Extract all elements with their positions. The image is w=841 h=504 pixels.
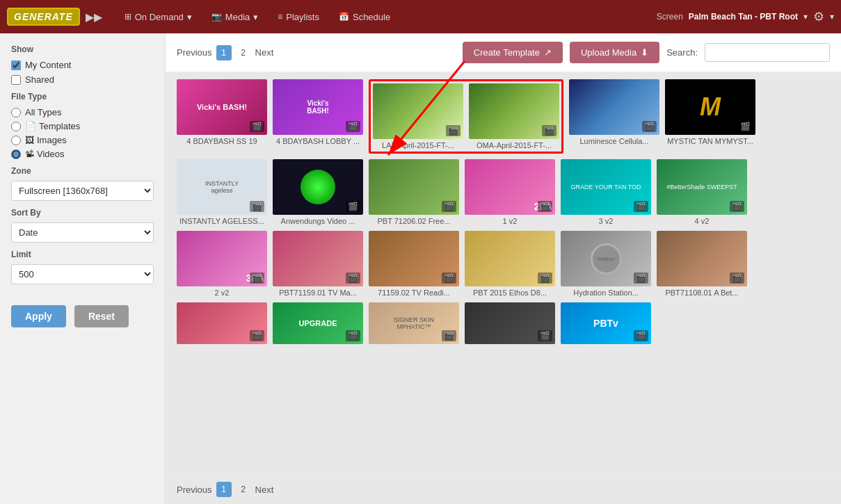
create-template-button[interactable]: Create Template ↗ bbox=[463, 42, 563, 63]
page-2-button[interactable]: 2 bbox=[236, 45, 251, 60]
list-icon: ≡ bbox=[278, 12, 282, 22]
upload-media-button[interactable]: Upload Media ⬇ bbox=[570, 42, 659, 63]
media-thumb-12: #BetterShade SWEEPST 🎬 bbox=[657, 159, 747, 215]
reset-button[interactable]: Reset bbox=[74, 305, 129, 327]
video-indicator-icon: 🎬 bbox=[346, 201, 360, 212]
radio-videos: 📽 Videos bbox=[11, 149, 154, 159]
images-file-icon: 🖼 bbox=[25, 135, 34, 145]
topnav-extra-chevron-icon[interactable]: ▾ bbox=[830, 12, 834, 22]
media-label-5: Luminesce Cellula... bbox=[569, 137, 659, 145]
download-icon: ⬇ bbox=[641, 47, 648, 58]
shared-label: Shared bbox=[25, 74, 54, 85]
media-thumb-4: 🎬 bbox=[469, 83, 559, 139]
media-item-8[interactable]: 🎬 Anwendungs Video ... bbox=[273, 159, 363, 225]
video-indicator-icon: 🎬 bbox=[346, 273, 360, 284]
nav-on-demand[interactable]: ⊞ On Demand ▾ bbox=[116, 8, 200, 26]
video-indicator-icon: 🎬 bbox=[738, 121, 753, 132]
images-label: 🖼 Images bbox=[25, 135, 67, 145]
media-thumb-3: 🎬 bbox=[373, 83, 463, 139]
bottom-prev-page-link[interactable]: Previous bbox=[177, 485, 212, 495]
apply-button[interactable]: Apply bbox=[11, 305, 66, 327]
media-item-20[interactable]: UPGRADE 🎬 bbox=[273, 302, 363, 344]
media-item-10[interactable]: 2PA 🎬 1 v2 bbox=[465, 159, 555, 225]
media-item-1[interactable]: Vicki's BASH! 🎬 4 BDAYBASH SS 19 bbox=[177, 79, 267, 154]
search-input[interactable] bbox=[705, 43, 830, 62]
video-indicator-icon: 🎬 bbox=[442, 201, 456, 212]
limit-select[interactable]: 500 bbox=[11, 264, 154, 284]
media-item-15[interactable]: 🎬 71159.02 TV Readi... bbox=[369, 231, 459, 297]
videos-file-icon: 📽 bbox=[25, 149, 34, 159]
zone-label: Zone bbox=[11, 166, 154, 176]
media-item-6[interactable]: M 🎬 MYSTIC TAN MYMYST... bbox=[665, 79, 755, 154]
videos-radio[interactable] bbox=[11, 149, 21, 159]
images-radio[interactable] bbox=[11, 136, 21, 145]
media-thumb-19: 🎬 bbox=[177, 302, 267, 344]
video-indicator-icon: 🎬 bbox=[442, 273, 456, 284]
bottom-page-2-button[interactable]: 2 bbox=[236, 482, 251, 497]
media-thumb-2: Vicki'sBASH! 🎬 bbox=[273, 79, 363, 135]
media-thumb-10: 2PA 🎬 bbox=[465, 159, 555, 215]
media-item-12[interactable]: #BetterShade SWEEPST 🎬 4 v2 bbox=[657, 159, 747, 225]
screen-chevron-icon[interactable]: ▾ bbox=[803, 12, 808, 22]
nav-media[interactable]: 📷 Media ▾ bbox=[203, 8, 266, 26]
media-label-18: PBT71108.01 A Bet... bbox=[657, 288, 747, 297]
media-item-18[interactable]: 🎬 PBT71108.01 A Bet... bbox=[657, 231, 747, 297]
templates-radio[interactable] bbox=[11, 122, 21, 131]
media-label-16: PBT 2015 Ethos D8... bbox=[465, 288, 555, 297]
nav-playlists[interactable]: ≡ Playlists bbox=[269, 8, 328, 26]
media-row-4: 🎬 UPGRADE 🎬 SIGNER SKINMPHATIC™ 🎬 bbox=[177, 302, 830, 344]
media-item-23[interactable]: PBTv 🎬 bbox=[561, 302, 651, 344]
video-indicator-icon: 🎬 bbox=[538, 273, 552, 284]
top-navigation: GENERATE ▶▶ ⊞ On Demand ▾ 📷 Media ▾ ≡ Pl… bbox=[0, 0, 841, 33]
media-thumb-23: PBTv 🎬 bbox=[561, 302, 651, 344]
media-row-3: 3PA 🎬 2 v2 🎬 PBT71159.01 TV Ma... 🎬 71 bbox=[177, 231, 830, 297]
media-item-16[interactable]: 🎬 PBT 2015 Ethos D8... bbox=[465, 231, 555, 297]
next-page-link[interactable]: Next bbox=[255, 47, 274, 58]
media-item-14[interactable]: 🎬 PBT71159.01 TV Ma... bbox=[273, 231, 363, 297]
prev-page-link[interactable]: Previous bbox=[177, 47, 212, 58]
media-item-19[interactable]: 🎬 bbox=[177, 302, 267, 344]
media-item-3[interactable]: 🎬 LAX-April-2015-FT-... bbox=[373, 83, 463, 149]
media-label-15: 71159.02 TV Readi... bbox=[369, 288, 459, 297]
bottom-page-1-button[interactable]: 1 bbox=[216, 482, 232, 497]
media-item-22[interactable]: 🎬 bbox=[465, 302, 555, 344]
main-layout: Show My Content Shared File Type All Typ… bbox=[0, 33, 841, 504]
media-thumb-5: 🎬 bbox=[569, 79, 659, 135]
media-item-9[interactable]: 🎬 PBT 71206.02 Free... bbox=[369, 159, 459, 225]
videos-label: 📽 Videos bbox=[25, 149, 65, 159]
shared-checkbox[interactable] bbox=[11, 75, 21, 85]
media-label-17: Hydration Station... bbox=[561, 288, 651, 297]
video-indicator-icon: 🎬 bbox=[346, 121, 360, 132]
my-content-checkbox[interactable] bbox=[11, 60, 21, 70]
media-label-14: PBT71159.01 TV Ma... bbox=[273, 288, 363, 297]
logo-arrows: ▶▶ bbox=[86, 10, 102, 24]
nav-schedule[interactable]: 📅 Schedule bbox=[330, 8, 399, 26]
video-indicator-icon: 🎬 bbox=[442, 330, 456, 341]
media-label-1: 4 BDAYBASH SS 19 bbox=[177, 137, 267, 145]
all-types-radio[interactable] bbox=[11, 108, 21, 117]
media-row-1: Vicki's BASH! 🎬 4 BDAYBASH SS 19 Vicki's… bbox=[177, 79, 830, 154]
video-indicator-icon: 🎬 bbox=[250, 330, 264, 341]
bottom-next-page-link[interactable]: Next bbox=[255, 485, 274, 495]
media-item-4[interactable]: 🎬 OMA-April-2015-FT-... bbox=[469, 83, 559, 149]
video-indicator-icon: 🎬 bbox=[538, 201, 552, 212]
media-item-13[interactable]: 3PA 🎬 2 v2 bbox=[177, 231, 267, 297]
media-item-7[interactable]: INSTANTLYageless 🎬 INSTANTLY AGELESS... bbox=[177, 159, 267, 225]
media-thumb-21: SIGNER SKINMPHATIC™ 🎬 bbox=[369, 302, 459, 344]
media-item-5[interactable]: 🎬 Luminesce Cellula... bbox=[569, 79, 659, 154]
media-item-11[interactable]: GRADE YOUR TAN TOD 🎬 3 v2 bbox=[561, 159, 651, 225]
sort-by-select[interactable]: Date bbox=[11, 222, 154, 243]
page-1-button[interactable]: 1 bbox=[216, 45, 232, 60]
media-item-2[interactable]: Vicki'sBASH! 🎬 4 BDAYBASH LOBBY ... bbox=[273, 79, 363, 154]
media-label-3: LAX-April-2015-FT-... bbox=[373, 141, 463, 149]
gear-icon[interactable]: ⚙ bbox=[813, 9, 824, 24]
media-item-21[interactable]: SIGNER SKINMPHATIC™ 🎬 bbox=[369, 302, 459, 344]
zone-select[interactable]: Fullscreen [1360x768] bbox=[11, 181, 154, 201]
media-label-10: 1 v2 bbox=[465, 217, 555, 225]
media-item-17[interactable]: Station 🎬 Hydration Station... bbox=[561, 231, 651, 297]
media-thumb-17: Station 🎬 bbox=[561, 231, 651, 286]
shared-row: Shared bbox=[11, 74, 154, 85]
bottom-toolbar: Previous 1 2 Next bbox=[166, 474, 841, 504]
highlight-group: 🎬 LAX-April-2015-FT-... 🎬 OMA-April-2015… bbox=[369, 79, 563, 154]
sort-by-label: Sort By bbox=[11, 208, 154, 218]
